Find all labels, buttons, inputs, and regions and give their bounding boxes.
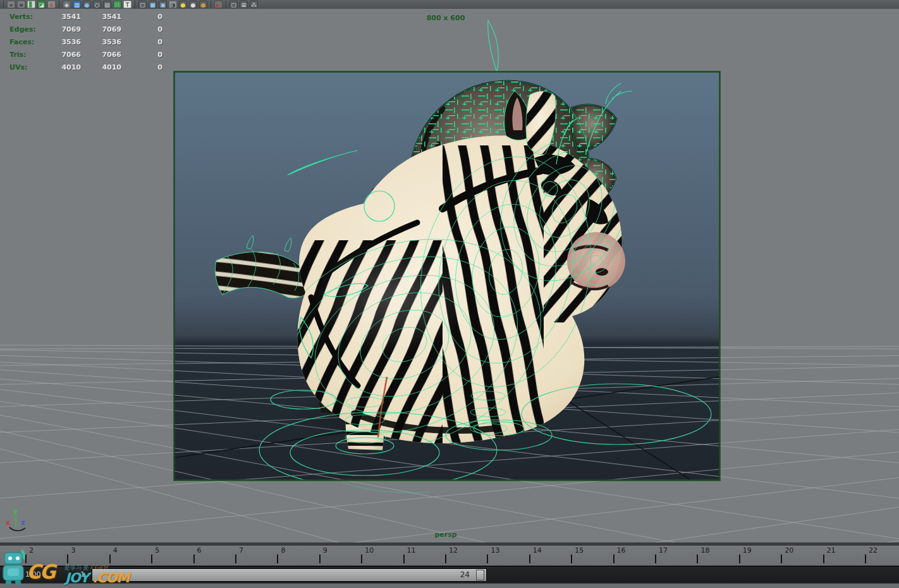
default-material-icon[interactable]: ◑ — [169, 1, 177, 8]
timeline-tick[interactable] — [319, 554, 321, 563]
timeline-frame-label: 12 — [449, 546, 458, 554]
timeline-frame-label: 4 — [113, 546, 118, 554]
hud-label: UVs: — [0, 63, 47, 71]
timeline-frame-label: 10 — [365, 546, 374, 554]
timeline-frame-label: 2 — [29, 546, 34, 554]
timeline-frame-label: 14 — [533, 546, 542, 554]
resolution-gate-label: 800 x 600 — [354, 14, 537, 22]
hud-selected: 7066 — [81, 51, 121, 59]
smooth-shade-cube-icon[interactable]: ■ — [149, 1, 157, 8]
range-slider-handle[interactable] — [476, 570, 484, 580]
hud-extra: 0 — [121, 38, 162, 46]
timeline-tick[interactable] — [487, 554, 488, 563]
camera-attributes-icon[interactable]: ≡ — [17, 1, 25, 8]
xray-icon[interactable]: ▨ — [103, 1, 111, 8]
plugin-display-icon[interactable]: ▢ — [229, 1, 238, 8]
toolbar-separator — [133, 1, 137, 8]
timeline-tick[interactable] — [613, 554, 615, 563]
timeline-tick[interactable] — [655, 554, 656, 563]
texture-placement-icon[interactable]: T — [123, 1, 131, 8]
toolbar-separator — [209, 1, 212, 8]
pan-zoom-icon[interactable]: ⊕ — [47, 1, 56, 8]
camera-name-label: persp — [354, 530, 537, 539]
bottom-strip — [0, 583, 899, 588]
hud-total: 4010 — [47, 63, 81, 71]
hud-selected: 7069 — [81, 25, 121, 34]
axis-y-label: y — [13, 507, 18, 515]
timeline-tick[interactable] — [865, 554, 866, 563]
axis-x-label: x — [6, 518, 10, 527]
hud-total: 7069 — [47, 25, 81, 34]
wireframe-on-shaded-icon[interactable]: ▣ — [159, 1, 167, 8]
range-slider-bar[interactable]: 24 — [92, 568, 487, 582]
viewport-scene[interactable]: y x z — [0, 9, 899, 542]
timeline-frame-label: 7 — [239, 546, 243, 554]
hud-label: Tris: — [0, 51, 47, 59]
hud-row: Faces:353635360 — [0, 35, 177, 48]
flat-lighting-icon[interactable]: ● — [189, 1, 197, 8]
maya-window: ∞≡▋◪⊕◈▥●○▨∷T▢■▣◑●●●►▢⊞⁂ — [0, 0, 899, 588]
toolbar-separator — [224, 1, 228, 8]
hud-row: Edges:706970690 — [0, 23, 177, 35]
timeline-tick[interactable] — [781, 554, 782, 563]
timeline-tick[interactable] — [445, 554, 446, 563]
timeline-tick[interactable] — [193, 554, 195, 563]
timeline-tick[interactable] — [823, 554, 824, 563]
timeline-tick[interactable] — [571, 554, 572, 563]
timeline-frame-label: 5 — [155, 546, 159, 554]
image-plane-icon[interactable]: ◪ — [37, 1, 46, 8]
hud-row: UVs:401040100 — [0, 61, 177, 73]
timeline-frame-label: 18 — [700, 546, 709, 554]
grid-icon[interactable]: ◈ — [63, 1, 71, 8]
zebra-muzzle — [567, 232, 625, 290]
all-lights-icon[interactable]: ● — [179, 1, 187, 8]
hud-total: 7066 — [47, 51, 81, 59]
timeline-tick[interactable] — [403, 554, 405, 563]
hud-selected: 3536 — [81, 38, 121, 46]
time-slider-ticks[interactable]: 2345678910111213141516171819202122 — [0, 546, 899, 566]
wireframe-cube-icon[interactable]: ▢ — [138, 1, 147, 8]
hud-row: Tris:706670660 — [0, 48, 177, 61]
timeline-frame-label: 11 — [407, 546, 416, 554]
share-icon[interactable]: ⁂ — [250, 1, 258, 8]
hud-label: Edges: — [0, 25, 47, 34]
timeline-frame-label: 22 — [869, 546, 878, 554]
timeline-tick[interactable] — [235, 554, 236, 563]
timeline-tick[interactable] — [739, 554, 740, 563]
timeline-tick[interactable] — [277, 554, 278, 563]
playback-start-field[interactable]: 1 — [80, 570, 85, 579]
timeline-frame-label: 6 — [197, 546, 202, 554]
timeline-frame-label: 9 — [323, 546, 327, 554]
axis-z-label: z — [21, 518, 25, 527]
time-slider[interactable]: 2345678910111213141516171819202122 — [0, 542, 899, 566]
hud-selected: 3541 — [81, 13, 121, 21]
select-camera-icon[interactable]: ∞ — [7, 1, 15, 8]
no-lights-icon[interactable]: ● — [199, 1, 207, 8]
wireframe-sphere-icon[interactable]: ○ — [93, 1, 101, 8]
perspective-viewport[interactable]: y x z Verts:354135410Edges:706970690Face… — [0, 9, 899, 542]
hud-extra: 0 — [121, 63, 162, 71]
timeline-frame-label: 15 — [575, 546, 584, 554]
hud-total: 3536 — [47, 38, 81, 46]
hud-label: Verts: — [0, 13, 47, 21]
timeline-frame-label: 8 — [281, 546, 285, 554]
timeline-tick[interactable] — [109, 554, 111, 563]
bookmark-icon[interactable]: ▋ — [27, 1, 35, 8]
frame-overlay-icon[interactable]: ⊞ — [240, 1, 248, 8]
timeline-tick[interactable] — [529, 554, 530, 563]
film-gate-icon[interactable]: ▥ — [73, 1, 81, 8]
textured-icon[interactable]: ∷ — [113, 1, 121, 8]
heads-up-display: Verts:354135410Edges:706970690Faces:3536… — [0, 10, 177, 73]
timeline-tick[interactable] — [25, 554, 27, 563]
timeline-tick[interactable] — [67, 554, 68, 563]
toolbar-separator — [2, 1, 5, 8]
hud-extra: 0 — [121, 51, 162, 59]
isolate-select-icon[interactable]: ► — [214, 1, 223, 8]
timeline-tick[interactable] — [697, 554, 698, 563]
hud-label: Faces: — [0, 38, 47, 46]
hud-total: 3541 — [47, 13, 81, 21]
animation-start-field[interactable]: 1.00 — [25, 570, 41, 579]
timeline-tick[interactable] — [361, 554, 362, 563]
shaded-sphere-icon[interactable]: ● — [83, 1, 91, 8]
timeline-tick[interactable] — [151, 554, 152, 563]
